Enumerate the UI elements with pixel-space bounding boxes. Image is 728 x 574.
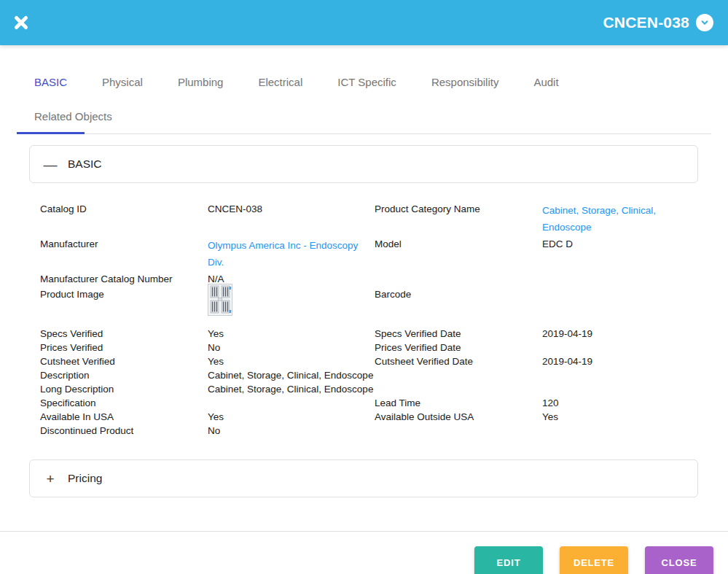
field-label-cutsheet-verified: Cutsheet Verified bbox=[40, 354, 208, 368]
field-row: Available In USAYesAvailable Outside USA… bbox=[40, 410, 698, 424]
field-row: DescriptionCabinet, Storage, Clinical, E… bbox=[40, 368, 698, 382]
field-value-specs-verified-date: 2019-04-19 bbox=[542, 327, 698, 341]
field-label-lead-time: Lead Time bbox=[375, 396, 542, 410]
field-label-specs-verified-date: Specs Verified Date bbox=[375, 327, 542, 341]
field-row: Cutsheet VerifiedYesCutsheet Verified Da… bbox=[40, 354, 698, 368]
manufacturer-link[interactable]: Olympus America Inc - Endoscopy Div. bbox=[208, 237, 375, 271]
record-title-group: CNCEN-038 bbox=[603, 14, 714, 31]
active-tab-indicator bbox=[17, 132, 85, 134]
field-value-product-category-name: Cabinet, Storage, Clinical, Endoscope bbox=[542, 202, 698, 236]
page-title: CNCEN-038 bbox=[603, 14, 690, 31]
product-image-preview[interactable] bbox=[208, 284, 232, 316]
field-label-prices-verified-date: Prices Verified Date bbox=[375, 341, 542, 354]
tab-responsibility[interactable]: Responsibility bbox=[414, 65, 517, 99]
field-label-description: Description bbox=[40, 368, 208, 382]
field-label-cutsheet-verified-date: Cutsheet Verified Date bbox=[375, 354, 542, 368]
field-label-prices-verified: Prices Verified bbox=[40, 341, 208, 354]
field-value-manufacturer-catalog-number: N/A bbox=[208, 272, 375, 286]
field-value-prices-verified: No bbox=[208, 341, 375, 354]
field-label-product-image: Product Image bbox=[40, 287, 208, 301]
field-row: SpecificationLead Time120 bbox=[40, 396, 698, 410]
field-row: Manufacturer Catalog NumberN/A bbox=[40, 272, 698, 286]
section-title-basic: BASIC bbox=[68, 158, 102, 171]
field-value-cutsheet-verified: Yes bbox=[208, 354, 375, 368]
field-label-available-in-usa: Available In USA bbox=[40, 410, 208, 424]
basic-fields-grid: Catalog IDCNCEN-038Product Category Name… bbox=[0, 183, 728, 455]
product-category-name-link[interactable]: Cabinet, Storage, Clinical, Endoscope bbox=[542, 202, 698, 236]
field-label-available-outside-usa: Available Outside USA bbox=[375, 410, 542, 424]
field-value-long-description: Cabinet, Storage, Clinical, Endoscope bbox=[208, 382, 375, 396]
field-value-product-image bbox=[208, 287, 375, 319]
field-value-specs-verified: Yes bbox=[208, 327, 375, 341]
chevron-down-icon bbox=[699, 17, 711, 28]
tab-basic[interactable]: BASIC bbox=[17, 65, 85, 99]
tab-ict-specific[interactable]: ICT Specific bbox=[320, 65, 414, 99]
field-row: ManufacturerOlympus America Inc - Endosc… bbox=[40, 237, 698, 272]
field-label-manufacturer-catalog-number: Manufacturer Catalog Number bbox=[40, 272, 208, 286]
field-row: Catalog IDCNCEN-038Product Category Name… bbox=[40, 202, 698, 237]
close-button[interactable]: CLOSE bbox=[645, 546, 713, 574]
field-label-discontinued-product: Discontinued Product bbox=[40, 424, 208, 438]
field-label-model: Model bbox=[375, 237, 542, 251]
product-image-thumbnail bbox=[208, 284, 232, 316]
field-label-catalog-id: Catalog ID bbox=[40, 202, 208, 216]
field-value-available-in-usa: Yes bbox=[208, 410, 375, 424]
field-value-cutsheet-verified-date: 2019-04-19 bbox=[542, 354, 698, 368]
field-label-specs-verified: Specs Verified bbox=[40, 327, 208, 341]
close-icon[interactable] bbox=[10, 12, 32, 34]
field-value-manufacturer: Olympus America Inc - Endoscopy Div. bbox=[208, 237, 375, 271]
collapse-icon: — bbox=[43, 158, 58, 171]
field-label-product-category-name: Product Category Name bbox=[375, 202, 542, 216]
section-header-pricing[interactable]: + Pricing bbox=[29, 459, 698, 497]
field-row: Prices VerifiedNoPrices Verified Date bbox=[40, 341, 698, 354]
field-label-specification: Specification bbox=[40, 396, 208, 410]
field-value-description: Cabinet, Storage, Clinical, Endoscope bbox=[208, 368, 375, 382]
field-label-long-description: Long Description bbox=[40, 382, 208, 396]
delete-button[interactable]: DELETE bbox=[560, 546, 628, 574]
field-value-lead-time: 120 bbox=[542, 396, 698, 410]
tab-audit[interactable]: Audit bbox=[516, 65, 576, 99]
record-dropdown-button[interactable] bbox=[696, 14, 713, 31]
tab-electrical[interactable]: Electrical bbox=[240, 65, 320, 99]
modal-header: CNCEN-038 bbox=[0, 0, 728, 45]
field-value-catalog-id: CNCEN-038 bbox=[208, 202, 375, 216]
field-row: Long DescriptionCabinet, Storage, Clinic… bbox=[40, 382, 698, 396]
field-row: Specs VerifiedYesSpecs Verified Date2019… bbox=[40, 327, 698, 341]
tab-row-2: Related Objects bbox=[17, 99, 711, 133]
x-icon bbox=[12, 14, 30, 31]
field-row: Discontinued ProductNo bbox=[40, 424, 698, 438]
edit-button[interactable]: EDIT bbox=[474, 546, 543, 574]
action-button-bar: EDITDELETECLOSE bbox=[0, 531, 728, 574]
field-value-discontinued-product: No bbox=[208, 424, 375, 438]
field-row: Product ImageBarcode bbox=[40, 287, 698, 321]
field-value-available-outside-usa: Yes bbox=[542, 410, 698, 424]
field-label-manufacturer: Manufacturer bbox=[40, 237, 208, 251]
tab-physical[interactable]: Physical bbox=[85, 65, 160, 99]
section-title-pricing: Pricing bbox=[68, 472, 102, 485]
section-header-basic[interactable]: — BASIC bbox=[29, 145, 698, 183]
tab-related-objects[interactable]: Related Objects bbox=[17, 99, 130, 133]
field-value-model: EDC D bbox=[542, 237, 698, 251]
expand-icon: + bbox=[43, 472, 58, 486]
tab-plumbing[interactable]: Plumbing bbox=[160, 65, 241, 99]
tab-bar: BASICPhysicalPlumbingElectricalICT Speci… bbox=[17, 65, 711, 134]
field-label-barcode: Barcode bbox=[375, 287, 542, 301]
tab-row-1: BASICPhysicalPlumbingElectricalICT Speci… bbox=[17, 65, 711, 99]
